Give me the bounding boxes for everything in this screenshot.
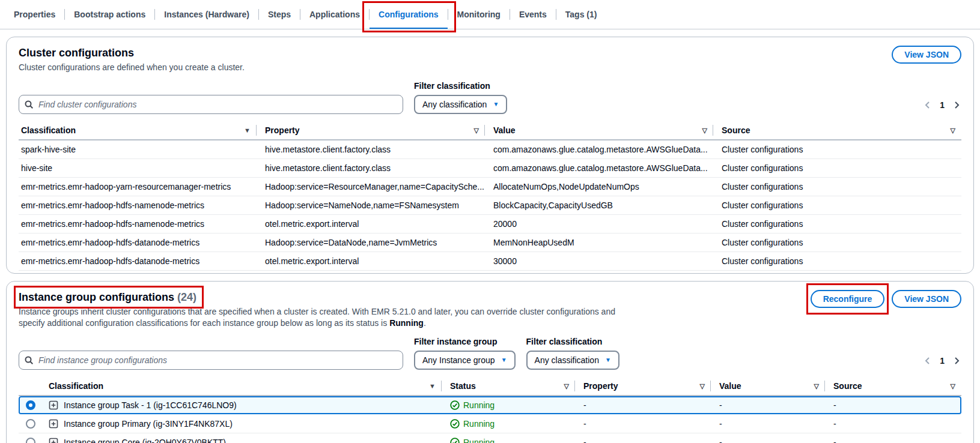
- cell-value: 30000: [491, 252, 719, 270]
- sort-icon[interactable]: ▽: [564, 381, 569, 391]
- column-header-status[interactable]: Status ▽: [448, 377, 581, 395]
- sort-icon[interactable]: ▼: [244, 125, 251, 136]
- cluster-configurations-description: Cluster configurations are defined when …: [19, 62, 245, 73]
- radio-button-selected[interactable]: [26, 400, 35, 410]
- status-badge: Running: [448, 415, 581, 433]
- tab-tags[interactable]: Tags (1): [556, 0, 606, 29]
- column-header-classification[interactable]: Classification ▼: [46, 377, 448, 395]
- tab-instances-hardware[interactable]: Instances (Hardware): [155, 0, 258, 29]
- instance-group-label: Instance group Core (ig-2OH0Y67V0BKTT): [64, 437, 226, 443]
- tab-monitoring[interactable]: Monitoring: [448, 0, 510, 29]
- column-header-value[interactable]: Value ▽: [717, 377, 831, 395]
- expand-icon[interactable]: [49, 400, 58, 410]
- cell-source: -: [831, 396, 961, 414]
- previous-page-button[interactable]: [923, 356, 933, 366]
- radio-button[interactable]: [26, 438, 35, 443]
- cluster-config-search-input[interactable]: [19, 95, 403, 114]
- tab-configurations-label: Configurations: [379, 10, 439, 19]
- item-count: (24): [177, 291, 196, 303]
- instance-group-configurations-panel: Instance group configurations (24) Insta…: [6, 281, 974, 443]
- tab-bootstrap-actions[interactable]: Bootstrap actions: [65, 0, 154, 29]
- instance-group-label: Instance group Primary (ig-3INY1F4NK87XL…: [64, 418, 233, 429]
- cell-source: Cluster configurations: [719, 140, 961, 158]
- instance-group-row[interactable]: Instance group Primary (ig-3INY1F4NK87XL…: [19, 415, 961, 433]
- cell-value: BlockCapacity,CapacityUsedGB: [491, 196, 719, 214]
- cell-property: Hadoop:service=ResourceManager,name=Capa…: [263, 178, 491, 196]
- cell-classification: emr-metrics.emr-hadoop-hdfs-datanode-met…: [19, 252, 263, 270]
- status-badge: Running: [448, 396, 581, 414]
- sort-icon[interactable]: ▽: [814, 381, 819, 391]
- next-page-button[interactable]: [952, 356, 961, 366]
- search-icon: [24, 355, 34, 365]
- cell-source: -: [831, 433, 961, 443]
- filter-instance-group-dropdown[interactable]: Any Instance group ▼: [414, 351, 516, 370]
- cluster-configurations-title: Cluster configurations: [19, 46, 245, 60]
- sort-icon[interactable]: ▽: [700, 381, 705, 391]
- check-circle-icon: [450, 438, 460, 443]
- column-header-source[interactable]: Source ▽: [831, 377, 961, 395]
- instance-group-row[interactable]: Instance group Core (ig-2OH0Y67V0BKTT) R…: [19, 433, 961, 443]
- cell-property: Hadoop:service=NameNode,name=FSNamesyste…: [263, 196, 491, 214]
- column-header-classification[interactable]: Classification ▼: [19, 121, 263, 139]
- current-page[interactable]: 1: [937, 356, 947, 366]
- table-row: emr-metrics.emr-hadoop-hdfs-datanode-met…: [19, 234, 961, 252]
- filter-classification-dropdown[interactable]: Any classification ▼: [414, 95, 507, 114]
- cell-classification: emr-metrics.emr-hadoop-hdfs-namenode-met…: [19, 215, 263, 233]
- status-badge: Running: [448, 433, 581, 443]
- tab-events[interactable]: Events: [510, 0, 556, 29]
- column-header-source[interactable]: Source ▽: [719, 121, 961, 139]
- filter-classification-dropdown[interactable]: Any classification ▼: [526, 351, 619, 370]
- table-row: spark-hive-site hive.metastore.client.fa…: [19, 140, 961, 159]
- sort-icon[interactable]: ▽: [951, 125, 955, 136]
- sort-icon[interactable]: ▽: [951, 381, 955, 391]
- instance-group-table-body: Instance group Task - 1 (ig-1CC61C746LNO…: [19, 396, 961, 443]
- tab-configurations[interactable]: Configurations: [370, 0, 448, 29]
- table-row: emr-metrics.emr-hadoop-yarn-resourcemana…: [19, 178, 961, 196]
- expand-icon[interactable]: [49, 419, 58, 429]
- tab-steps[interactable]: Steps: [259, 0, 300, 29]
- tab-properties[interactable]: Properties: [5, 0, 64, 29]
- cell-source: -: [831, 415, 961, 433]
- sort-icon[interactable]: ▽: [702, 125, 707, 136]
- check-circle-icon: [450, 400, 460, 410]
- column-header-value[interactable]: Value ▽: [491, 121, 719, 139]
- reconfigure-button[interactable]: Reconfigure: [811, 290, 885, 308]
- radio-button[interactable]: [26, 419, 35, 429]
- table-row: emr-metrics.emr-hadoop-hdfs-namenode-met…: [19, 215, 961, 234]
- instance-group-search-input[interactable]: [19, 351, 403, 370]
- current-page[interactable]: 1: [937, 100, 947, 110]
- cell-property: otel.metric.export.interval: [263, 252, 491, 270]
- chevron-down-icon: ▼: [493, 101, 499, 107]
- tab-bar: Properties Bootstrap actions Instances (…: [0, 0, 980, 29]
- cell-value: -: [717, 396, 831, 414]
- next-page-button[interactable]: [952, 100, 961, 110]
- view-json-button[interactable]: View JSON: [892, 46, 961, 64]
- sort-icon[interactable]: ▼: [429, 381, 436, 391]
- tab-applications[interactable]: Applications: [300, 0, 369, 29]
- column-header-property[interactable]: Property ▽: [581, 377, 717, 395]
- instance-group-table-header: Classification ▼ Status ▽ Property ▽ Val…: [19, 377, 961, 396]
- previous-page-button[interactable]: [923, 100, 933, 110]
- cell-source: Cluster configurations: [719, 196, 961, 214]
- filter-classification-label: Filter classification: [414, 80, 507, 91]
- cell-source: Cluster configurations: [719, 234, 961, 252]
- cell-classification: spark-hive-site: [19, 140, 263, 158]
- filter-classification-label: Filter classification: [526, 336, 619, 347]
- cluster-configurations-panel: Cluster configurations Cluster configura…: [6, 37, 974, 274]
- instance-group-label: Instance group Task - 1 (ig-1CC61C746LNO…: [64, 400, 237, 411]
- column-header-property[interactable]: Property ▽: [263, 121, 491, 139]
- cluster-config-table-body: spark-hive-site hive.metastore.client.fa…: [19, 140, 961, 271]
- instance-group-description: Instance groups inherit cluster configur…: [19, 306, 616, 329]
- sort-icon[interactable]: ▽: [474, 125, 479, 136]
- filter-instance-group-label: Filter instance group: [414, 336, 516, 347]
- pagination: 1: [923, 100, 961, 114]
- cluster-config-table-header: Classification ▼ Property ▽ Value ▽ Sour…: [19, 121, 961, 140]
- cell-source: Cluster configurations: [719, 178, 961, 196]
- cell-value: MemNonHeapUsedM: [491, 234, 719, 252]
- expand-icon[interactable]: [49, 438, 58, 443]
- view-json-button[interactable]: View JSON: [892, 290, 961, 308]
- cell-classification: emr-metrics.emr-hadoop-hdfs-datanode-met…: [19, 234, 263, 252]
- cell-source: Cluster configurations: [719, 252, 961, 270]
- check-circle-icon: [450, 419, 460, 429]
- instance-group-row[interactable]: Instance group Task - 1 (ig-1CC61C746LNO…: [19, 396, 961, 415]
